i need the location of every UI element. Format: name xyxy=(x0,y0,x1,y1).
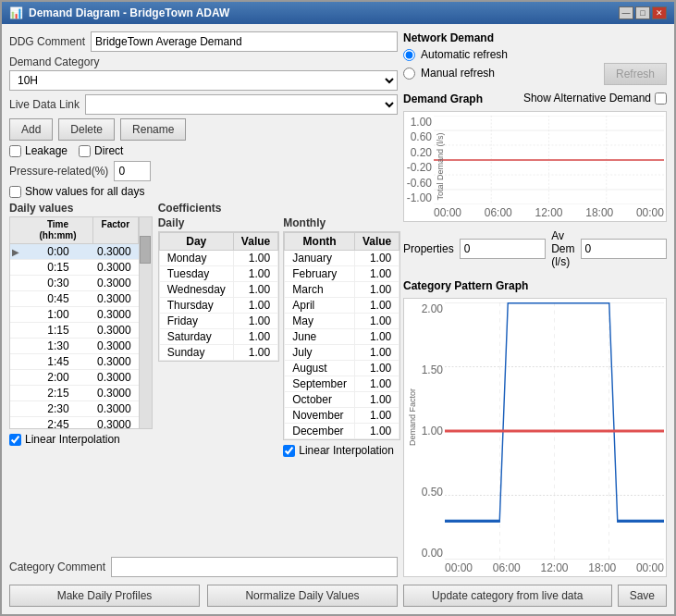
daily-coef-value: 1.00 xyxy=(233,251,277,266)
monthly-coef-month: February xyxy=(285,266,355,282)
daily-coef-row[interactable]: Sunday1.00 xyxy=(159,345,278,361)
daily-values-title: Daily values xyxy=(9,202,153,215)
auto-refresh-radio[interactable] xyxy=(403,49,415,61)
dv-row-time: 0:00 xyxy=(23,244,93,259)
monthly-coef-value: 1.00 xyxy=(354,298,399,314)
daily-value-row[interactable]: 2:15 0.3000 xyxy=(10,386,139,401)
daily-value-row[interactable]: 0:15 0.3000 xyxy=(10,260,139,276)
add-button[interactable]: Add xyxy=(9,118,53,141)
daily-coef-day: Wednesday xyxy=(159,282,233,298)
monthly-coef-row[interactable]: May1.00 xyxy=(285,314,399,329)
daily-coef-value: 1.00 xyxy=(233,266,277,282)
daily-coef-day: Thursday xyxy=(159,298,233,314)
dv-row-value: 0.3000 xyxy=(93,401,139,416)
direct-checkbox[interactable] xyxy=(79,145,91,157)
category-comment-input[interactable] xyxy=(111,557,398,577)
monthly-coef-row[interactable]: January1.00 xyxy=(285,251,399,266)
av-dem-input[interactable] xyxy=(581,239,667,259)
demand-graph-label: Demand Graph xyxy=(403,92,483,105)
dv-row-time: 2:00 xyxy=(23,370,93,385)
properties-label: Properties xyxy=(403,242,454,255)
monthly-coef-value: 1.00 xyxy=(354,345,399,361)
show-values-checkbox[interactable] xyxy=(9,186,21,198)
monthly-coef-value-header: Value xyxy=(354,233,399,251)
daily-value-row[interactable]: 0:45 0.3000 xyxy=(10,291,139,307)
manual-refresh-row: Manual refresh Refresh xyxy=(403,63,667,85)
daily-value-row[interactable]: 1:30 0.3000 xyxy=(10,339,139,354)
daily-coef-row[interactable]: Wednesday1.00 xyxy=(159,282,278,298)
monthly-coef-value: 1.00 xyxy=(354,266,399,282)
close-button[interactable]: ✕ xyxy=(652,6,667,19)
daily-value-row[interactable]: 1:45 0.3000 xyxy=(10,354,139,370)
linear-interp-checkbox[interactable] xyxy=(9,434,21,446)
daily-coef-row[interactable]: Saturday1.00 xyxy=(159,329,278,345)
monthly-coef-row[interactable]: April1.00 xyxy=(285,298,399,314)
monthly-coef-row[interactable]: October1.00 xyxy=(285,392,399,408)
daily-value-row[interactable]: ▶ 0:00 0.3000 xyxy=(10,244,139,260)
refresh-button[interactable]: Refresh xyxy=(604,63,667,85)
daily-coef-value: 1.00 xyxy=(233,345,277,361)
live-data-link-select[interactable] xyxy=(85,94,398,115)
update-category-button[interactable]: Update category from live data xyxy=(403,585,612,607)
leakage-checkbox[interactable] xyxy=(9,145,21,157)
daily-value-row[interactable]: 1:15 0.3000 xyxy=(10,323,139,339)
normalize-daily-values-button[interactable]: Normalize Daily Values xyxy=(207,585,398,607)
daily-value-row[interactable]: 0:30 0.3000 xyxy=(10,276,139,291)
monthly-coef-row[interactable]: June1.00 xyxy=(285,329,399,345)
ddg-comment-input[interactable] xyxy=(91,31,398,52)
daily-values-inner: Time(hh:mm) Factor ▶ 0:00 0.3000 0:15 0.… xyxy=(10,217,139,428)
monthly-coef-row[interactable]: September1.00 xyxy=(285,376,399,392)
daily-value-row[interactable]: 2:00 0.3000 xyxy=(10,370,139,386)
daily-coef-day: Friday xyxy=(159,314,233,329)
save-button[interactable]: Save xyxy=(618,585,667,607)
pressure-related-input[interactable] xyxy=(114,161,151,181)
demand-category-select[interactable]: 10H xyxy=(9,70,398,91)
monthly-coef-month: May xyxy=(285,314,355,329)
monthly-coef-row[interactable]: March1.00 xyxy=(285,282,399,298)
leakage-checkbox-row: Leakage xyxy=(9,144,68,157)
delete-button[interactable]: Delete xyxy=(58,118,115,141)
daily-values-scroll[interactable]: ▶ 0:00 0.3000 0:15 0.3000 0:30 0.3000 0:… xyxy=(10,244,139,428)
manual-refresh-radio[interactable] xyxy=(403,68,415,80)
linear-interp-label: Linear Interpolation xyxy=(25,433,120,446)
daily-values-section: Daily values Time(hh:mm) Factor ▶ 0:00 0… xyxy=(9,202,153,553)
monthly-coef-row[interactable]: February1.00 xyxy=(285,266,399,282)
monthly-coef-table-wrap: Month Value January1.00February1.00March… xyxy=(283,231,400,440)
av-dem-label: Av Dem (l/s) xyxy=(551,229,574,268)
dv-row-value: 0.3000 xyxy=(93,354,139,369)
monthly-coef-row[interactable]: November1.00 xyxy=(285,408,399,424)
monthly-coef-month: November xyxy=(285,408,355,424)
dv-scroll-thumb[interactable] xyxy=(140,236,151,264)
daily-value-row[interactable]: 2:30 0.3000 xyxy=(10,401,139,417)
monthly-coef-row[interactable]: July1.00 xyxy=(285,345,399,361)
daily-coef-row[interactable]: Friday1.00 xyxy=(159,314,278,329)
daily-coef-row[interactable]: Thursday1.00 xyxy=(159,298,278,314)
daily-coef-row[interactable]: Monday1.00 xyxy=(159,251,278,266)
dv-time-header: Time(hh:mm) xyxy=(23,217,93,243)
dv-row-time: 1:00 xyxy=(23,307,93,322)
coef-panels: Daily Day Value Monday1.00 xyxy=(158,216,401,553)
dv-row-time: 0:15 xyxy=(23,260,93,275)
monthly-coef-table: Month Value January1.00February1.00March… xyxy=(284,232,399,439)
make-daily-profiles-button[interactable]: Make Daily Profiles xyxy=(9,585,200,607)
monthly-coef-row[interactable]: December1.00 xyxy=(285,424,399,439)
pressure-related-label: Pressure-related(%) xyxy=(9,165,108,178)
minimize-button[interactable]: — xyxy=(619,6,633,19)
monthly-coef-month: March xyxy=(285,282,355,298)
leakage-direct-row: Leakage Direct xyxy=(9,144,398,157)
daily-value-row[interactable]: 2:45 0.3000 xyxy=(10,417,139,428)
properties-input[interactable] xyxy=(460,239,546,259)
show-alt-demand-row: Show Alternative Demand xyxy=(523,92,667,105)
demand-category-label: Demand Category xyxy=(9,55,398,68)
dv-scrollbar[interactable] xyxy=(139,217,152,428)
dv-row-value: 0.3000 xyxy=(93,291,139,306)
monthly-linear-interp-checkbox[interactable] xyxy=(283,445,295,457)
daily-value-row[interactable]: 1:00 0.3000 xyxy=(10,307,139,323)
auto-refresh-row: Automatic refresh xyxy=(403,48,667,61)
show-alt-demand-checkbox[interactable] xyxy=(655,92,667,105)
monthly-coef-row[interactable]: August1.00 xyxy=(285,361,399,376)
maximize-button[interactable]: □ xyxy=(635,6,650,19)
cat-y-axis-label: Demand Factor xyxy=(408,429,417,446)
rename-button[interactable]: Rename xyxy=(120,118,186,141)
daily-coef-row[interactable]: Tuesday1.00 xyxy=(159,266,278,282)
